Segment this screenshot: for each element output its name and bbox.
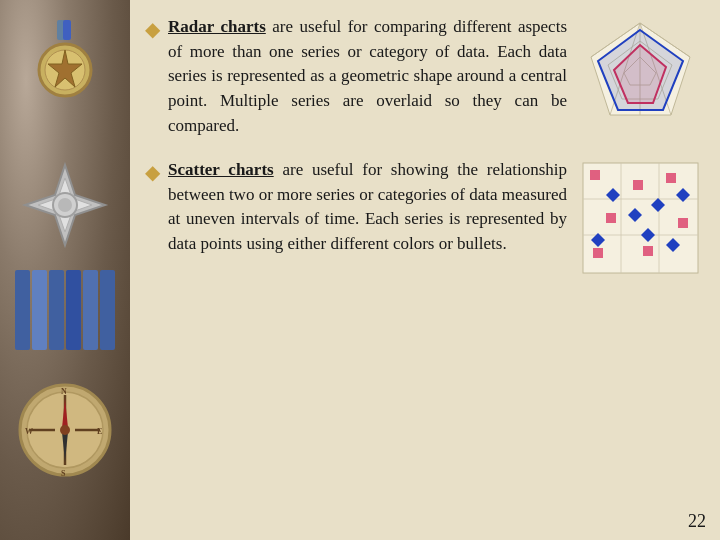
svg-rect-11 [49,270,64,350]
left-decorative-panel: N S E W [0,0,130,540]
radar-bullet: ◆ [145,17,160,41]
radar-title: Radar charts [168,17,266,36]
svg-text:E: E [97,427,102,436]
svg-rect-12 [66,270,81,350]
radar-text: Radar charts are useful for comparing di… [168,15,567,138]
ribbon-decoration [10,270,120,350]
svg-rect-46 [666,173,676,183]
svg-text:N: N [61,387,67,396]
medal-middle [20,160,110,250]
scatter-title: Scatter charts [168,160,274,179]
scatter-text: Scatter charts are useful for showing th… [168,158,567,257]
medal-top [25,20,105,100]
scatter-section: ◆ Scatter charts are useful for showing … [145,158,705,278]
svg-point-8 [58,198,72,212]
svg-rect-45 [633,180,643,190]
svg-rect-49 [593,248,603,258]
scatter-bullet: ◆ [145,160,160,184]
svg-text:S: S [61,469,66,478]
svg-point-23 [60,425,70,435]
svg-rect-10 [32,270,47,350]
svg-rect-47 [678,218,688,228]
radar-chart [578,15,703,135]
svg-rect-9 [15,270,30,350]
svg-rect-1 [63,20,71,40]
main-text-area: ◆ Radar charts are useful for comparing … [130,0,720,540]
radar-section: ◆ Radar charts are useful for comparing … [145,15,705,138]
compass-decoration: N S E W [15,380,115,480]
svg-rect-13 [83,270,98,350]
svg-rect-14 [100,270,115,350]
svg-rect-44 [606,213,616,223]
scatter-chart [578,158,703,278]
scatter-chart-image [575,158,705,278]
svg-rect-48 [643,246,653,256]
svg-text:W: W [25,427,33,436]
left-panel-bg: N S E W [0,0,130,540]
page-number: 22 [688,511,706,532]
svg-rect-43 [590,170,600,180]
radar-chart-image [575,15,705,135]
